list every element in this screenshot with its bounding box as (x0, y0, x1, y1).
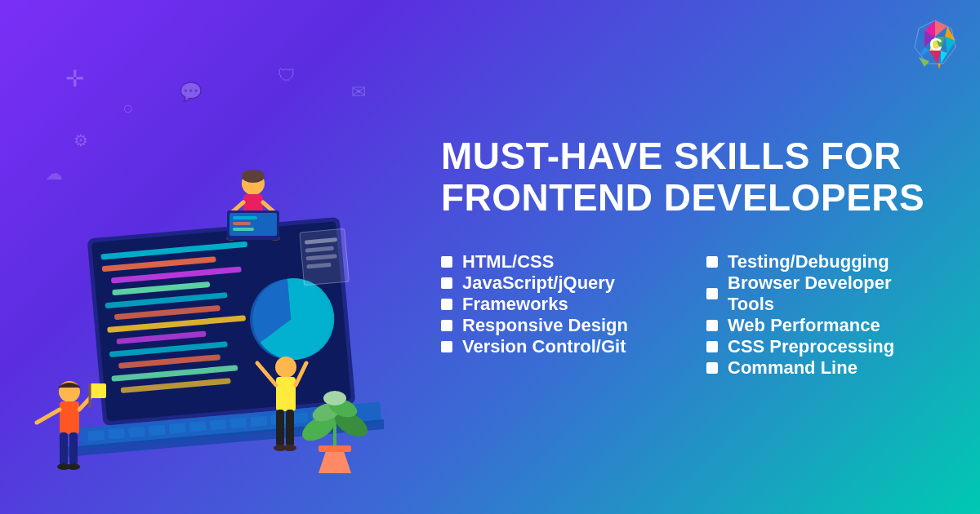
svg-rect-52 (69, 432, 78, 465)
svg-point-36 (242, 170, 265, 183)
svg-rect-57 (90, 383, 106, 398)
page-container: ✛ ○ ⚙ 💬 🛡 ✉ ☁ (0, 0, 980, 514)
svg-rect-46 (233, 216, 257, 219)
skills-column-right: Testing/Debugging Browser Developer Tool… (706, 251, 939, 379)
skill-label: CSS Preprocessing (728, 336, 894, 357)
logo-area: C (906, 16, 964, 73)
svg-rect-22 (189, 421, 207, 432)
skill-item: Web Performance (706, 315, 939, 336)
svg-marker-85 (919, 57, 929, 67)
svg-point-73 (323, 391, 346, 405)
svg-line-55 (37, 410, 60, 423)
skill-label: JavaScript/jQuery (462, 273, 615, 294)
skill-bullet (706, 362, 718, 374)
skill-item: Testing/Debugging (706, 251, 939, 273)
svg-point-64 (283, 445, 296, 451)
skill-bullet (441, 277, 452, 289)
skill-bullet (441, 299, 452, 310)
svg-rect-24 (229, 418, 247, 429)
laptop-illustration (8, 147, 384, 490)
plus-icon: ✛ (65, 65, 84, 92)
skill-label: Command Line (728, 357, 858, 379)
skill-item: Version Control/Git (441, 336, 674, 357)
svg-rect-61 (276, 410, 284, 446)
svg-point-59 (275, 357, 296, 378)
svg-rect-60 (276, 377, 296, 411)
skill-item: Browser Developer Tools (706, 273, 939, 315)
svg-marker-86 (938, 64, 941, 69)
skill-item: CSS Preprocessing (706, 336, 939, 357)
svg-rect-25 (250, 415, 267, 427)
skills-grid: HTML/CSS JavaScript/jQuery Frameworks Re… (441, 251, 939, 379)
illustration-area: ✛ ○ ⚙ 💬 🛡 ✉ ☁ (0, 0, 425, 514)
skill-label: Version Control/Git (462, 336, 626, 357)
title-line2: FRONTEND DEVELOPERS (441, 176, 924, 219)
skill-bullet (706, 288, 718, 299)
skill-item: JavaScript/jQuery (441, 273, 674, 294)
svg-rect-62 (286, 410, 294, 446)
skill-item: Command Line (706, 357, 939, 379)
skills-column-left: HTML/CSS JavaScript/jQuery Frameworks Re… (441, 251, 674, 379)
brand-logo: C (906, 16, 964, 73)
svg-rect-50 (60, 401, 79, 434)
svg-line-56 (79, 398, 90, 410)
skill-label: Browser Developer Tools (728, 273, 939, 315)
skill-item: Responsive Design (441, 315, 674, 336)
skill-item: Frameworks (441, 294, 674, 315)
skill-label: Web Performance (728, 315, 880, 336)
skill-label: Frameworks (462, 294, 568, 315)
svg-rect-19 (128, 427, 145, 438)
svg-point-54 (67, 463, 80, 470)
svg-rect-51 (60, 432, 68, 465)
svg-rect-48 (233, 228, 254, 231)
svg-rect-47 (233, 222, 251, 225)
skill-bullet (441, 320, 452, 331)
skill-bullet (706, 256, 718, 268)
page-title: MUST-HAVE SKILLS FOR FRONTEND DEVELOPERS (441, 135, 939, 218)
svg-rect-23 (210, 419, 227, 431)
svg-rect-67 (318, 445, 351, 452)
skill-label: Responsive Design (462, 315, 628, 336)
shield-icon: 🛡 (278, 65, 296, 86)
svg-marker-82 (919, 47, 929, 57)
skill-label: Testing/Debugging (728, 251, 889, 273)
skill-label: HTML/CSS (462, 251, 554, 273)
skill-bullet (441, 341, 452, 352)
svg-rect-21 (169, 423, 186, 434)
content-area: MUST-HAVE SKILLS FOR FRONTEND DEVELOPERS… (425, 103, 980, 410)
svg-rect-18 (108, 428, 125, 440)
skill-bullet (706, 341, 718, 352)
svg-rect-20 (149, 424, 166, 436)
skill-item: HTML/CSS (441, 251, 674, 273)
svg-rect-17 (87, 430, 105, 441)
skill-bullet (706, 320, 718, 331)
circle-check-icon: ○ (122, 98, 133, 119)
svg-text:C: C (929, 34, 942, 55)
mail-icon: ✉ (351, 82, 366, 103)
title-line1: MUST-HAVE SKILLS FOR (441, 135, 902, 177)
skill-bullet (441, 256, 452, 268)
chat-icon: 💬 (180, 82, 202, 103)
